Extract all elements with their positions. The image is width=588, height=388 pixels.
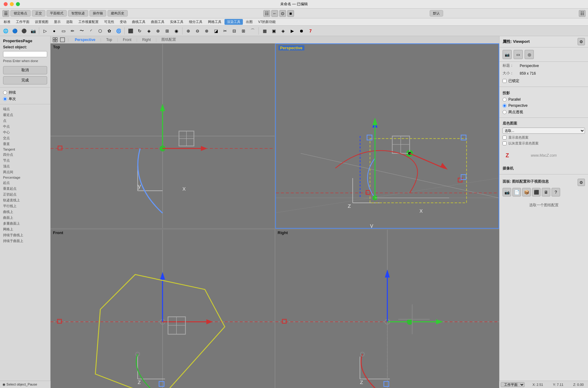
join-icon[interactable]: ⊞	[239, 27, 248, 35]
menu-visibility[interactable]: 可见性	[102, 19, 117, 25]
snap-between[interactable]: 两点间	[0, 169, 50, 175]
snap-parallel[interactable]: 平行线上	[0, 203, 50, 209]
default-button[interactable]: 默认	[430, 10, 443, 17]
extrude-icon[interactable]: ⬛	[126, 27, 135, 35]
snap-from[interactable]: 起点	[0, 180, 50, 186]
menu-standard[interactable]: 标准	[1, 19, 13, 25]
bottom-panel-settings-icon[interactable]: ⚙	[578, 179, 585, 186]
boolean-split-icon[interactable]: ◪	[212, 27, 220, 35]
single-radio[interactable]	[3, 97, 7, 101]
bp-monitor-icon[interactable]: 🖥	[542, 188, 550, 196]
revolve-icon[interactable]: ↻	[135, 27, 144, 35]
menu-display[interactable]: 显示	[51, 19, 63, 25]
menu-curve-tools[interactable]: 曲线工具	[130, 19, 148, 25]
snap-on-surface[interactable]: 曲面上	[0, 215, 50, 221]
freehand-icon[interactable]: ✿	[105, 27, 114, 35]
snap-vertex[interactable]: 顶点	[0, 163, 50, 169]
lock-checkbox[interactable]	[503, 79, 507, 83]
rect-view-icon[interactable]: ▭	[514, 50, 523, 59]
dot-icon[interactable]: ●	[50, 27, 58, 35]
number7-icon[interactable]: 7	[306, 27, 315, 35]
snap-perp-from[interactable]: 垂直起点	[0, 186, 50, 192]
snap-intersection[interactable]: 交点	[0, 135, 50, 141]
orthographic-button[interactable]: 正交	[32, 10, 45, 17]
boolean-diff-icon[interactable]: ⊖	[193, 27, 202, 35]
camera-view-icon[interactable]: 📷	[503, 50, 512, 59]
menu-setview[interactable]: 设置视图	[32, 19, 51, 25]
close-button[interactable]	[4, 2, 8, 6]
done-button[interactable]: 完成	[3, 76, 47, 84]
plane-mode-button[interactable]: 平面模式	[47, 10, 67, 17]
snap-along-surface[interactable]: 持续于曲面上	[0, 238, 50, 244]
texture-icon[interactable]: ▣	[270, 27, 278, 35]
settings-icon[interactable]: ⚙	[578, 38, 585, 45]
tab-perspective[interactable]: Perspective	[70, 37, 100, 43]
pointer-icon[interactable]: ▷	[41, 27, 49, 35]
menu-transform[interactable]: 变动	[117, 19, 129, 25]
orb-icon[interactable]: ⚫	[20, 27, 28, 35]
lock-grid-button[interactable]: 锁定格点	[10, 10, 31, 17]
panel-toggle-icon[interactable]: ☷	[579, 10, 586, 17]
menu-mesh-tools[interactable]: 网格工具	[205, 19, 224, 25]
snap-center[interactable]: 中心	[0, 129, 50, 135]
filter-icon[interactable]: ☷	[263, 10, 270, 17]
snap-endpoint[interactable]: 端点	[0, 106, 50, 112]
operation-axis-button[interactable]: 操作轴	[89, 10, 106, 17]
snap-nearest[interactable]: 最近点	[0, 112, 50, 118]
cancel-button[interactable]: 取消	[3, 66, 47, 74]
back-icon[interactable]: ←	[271, 10, 278, 17]
bp-camera-icon[interactable]: 📷	[503, 188, 511, 196]
globe-icon[interactable]: 🌐	[1, 27, 10, 35]
show-bg-checkbox[interactable]	[503, 136, 507, 140]
snap-along-line[interactable]: 轨迹直线上	[0, 197, 50, 203]
network-icon[interactable]: ⊞	[163, 27, 172, 35]
patch-icon[interactable]: ◉	[172, 27, 181, 35]
snap-percentage[interactable]: Percentage	[0, 175, 50, 180]
tab-paper-config[interactable]: 图纸配置	[157, 36, 180, 43]
arc-icon[interactable]: ◜	[87, 27, 95, 35]
poly-icon[interactable]: ⬡	[96, 27, 104, 35]
bp-box-icon[interactable]: 📦	[522, 188, 531, 196]
menu-subdiv-tools[interactable]: 细分工具	[187, 19, 205, 25]
render-icon[interactable]: ▶	[288, 27, 296, 35]
snap-knot[interactable]: 节点	[0, 158, 50, 163]
build-history-button[interactable]: 建构历史	[107, 10, 128, 17]
continuous-radio[interactable]	[3, 91, 7, 95]
snap-along-curve[interactable]: 持续于曲线上	[0, 232, 50, 238]
loft-icon[interactable]: ◈	[145, 27, 153, 35]
sidebar-toggle-icon[interactable]: ☰	[2, 10, 9, 17]
viewport-front[interactable]: Front	[51, 229, 275, 388]
select-input[interactable]	[3, 51, 47, 57]
boolean-union-icon[interactable]: ⊕	[184, 27, 193, 35]
animation-icon[interactable]: ⏺	[297, 27, 306, 35]
tab-right[interactable]: Right	[138, 37, 155, 43]
tab-front[interactable]: Front	[119, 37, 136, 43]
curve-icon[interactable]: 〜	[77, 27, 86, 35]
single-layout-icon[interactable]	[59, 36, 66, 43]
camera2-icon[interactable]: 📷	[29, 27, 37, 35]
menu-viewport-config[interactable]: 工作视窗配置	[76, 19, 101, 25]
snap-on-polysurface[interactable]: 多重曲面上	[0, 221, 50, 226]
spiral-icon[interactable]: 🌀	[114, 27, 123, 35]
menu-render-tools[interactable]: 渲染工具	[224, 19, 243, 25]
pencil-icon[interactable]: ✏	[68, 27, 77, 35]
bp-help-icon[interactable]: ?	[552, 188, 560, 196]
maximize-button[interactable]	[16, 2, 20, 6]
menu-surface-tools[interactable]: 曲面工具	[149, 19, 167, 25]
bp-page-icon[interactable]: 📄	[512, 188, 521, 196]
snap-on-curve[interactable]: 曲线上	[0, 209, 50, 215]
arc-view-icon[interactable]: ◎	[525, 50, 534, 59]
two-point-radio[interactable]	[503, 110, 507, 114]
bp-split-icon[interactable]: ⬛	[532, 188, 541, 196]
split-icon[interactable]: ⊟	[230, 27, 239, 35]
viewport-top[interactable]: Top y x	[51, 43, 275, 229]
menu-v7[interactable]: V7的新功能	[256, 19, 278, 25]
rect-icon[interactable]: ▭	[59, 27, 68, 35]
boolean-int-icon[interactable]: ⊗	[202, 27, 211, 35]
trim-icon[interactable]: ✂	[221, 27, 229, 35]
menu-solid-tools[interactable]: 实体工具	[168, 19, 186, 25]
smart-track-button[interactable]: 智慧轨迹	[68, 10, 88, 17]
minimize-button[interactable]	[10, 2, 14, 6]
hatch-icon[interactable]: ▦	[260, 27, 269, 35]
sweep-icon[interactable]: ⊕	[154, 27, 162, 35]
